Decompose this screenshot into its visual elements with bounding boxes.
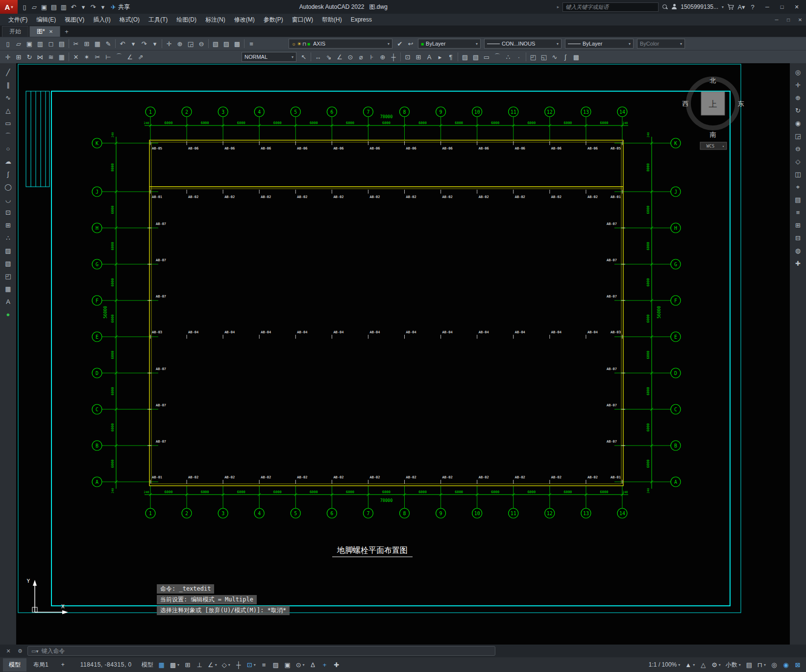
menu-edit[interactable]: 编辑(E) <box>32 14 60 25</box>
offset-icon[interactable]: ≋ <box>46 51 56 62</box>
mtext-icon[interactable]: ¶ <box>445 51 456 62</box>
tab-close-icon[interactable]: ✕ <box>49 29 53 34</box>
layer-previous-icon[interactable]: ↩ <box>405 38 416 49</box>
multiline-text-icon[interactable]: A <box>2 297 14 307</box>
dim-diameter-icon[interactable]: ⌀ <box>356 51 366 62</box>
insert-block-icon[interactable]: ⊡ <box>2 207 14 218</box>
scale-icon[interactable]: ⇗ <box>135 51 146 62</box>
maximize-button[interactable]: □ <box>775 0 789 14</box>
dynamic-input[interactable]: + <box>319 659 330 670</box>
revision-cloud-icon[interactable]: ☁ <box>2 156 14 167</box>
text-style-icon[interactable]: A <box>424 51 435 62</box>
make-block-icon[interactable]: ⊞ <box>413 51 424 62</box>
redo-list-icon[interactable]: ▾ <box>149 38 160 49</box>
zoom-previous-icon[interactable]: ⊖ <box>792 144 804 154</box>
circle-icon[interactable]: ○ <box>2 144 14 154</box>
layer-properties-icon[interactable]: ≡ <box>246 38 257 49</box>
app-store-cart-icon[interactable] <box>727 4 734 10</box>
dim-linear-icon[interactable]: ↔ <box>313 51 323 62</box>
center-mark-icon[interactable]: ┼ <box>388 51 399 62</box>
dim-radius-icon[interactable]: ⊙ <box>345 51 356 62</box>
lineweight-dropdown[interactable]: ByLayer ▾ <box>565 39 634 49</box>
rectangle-icon[interactable]: ▭ <box>2 118 14 128</box>
save-icon[interactable]: ▣ <box>39 1 49 12</box>
spline-icon[interactable]: ∫ <box>2 169 14 179</box>
zoom-window-icon[interactable]: ◲ <box>792 131 804 141</box>
edit-hatch-icon[interactable]: ▩ <box>571 51 582 62</box>
pan-icon[interactable]: ✛ <box>792 80 804 90</box>
array-icon[interactable]: ▦ <box>56 51 67 62</box>
zoom-extents-icon[interactable]: ⊕ <box>792 93 804 103</box>
tool-palettes-icon[interactable]: ▩ <box>232 38 243 49</box>
edit-polyline-icon[interactable]: ∿ <box>549 51 560 62</box>
ortho-mode[interactable]: ⊥ <box>194 659 205 670</box>
doc-minimize-button[interactable]: ─ <box>771 14 782 25</box>
open-file-icon[interactable]: ▱ <box>29 1 39 12</box>
region-icon[interactable]: ◰ <box>2 271 14 281</box>
annotation-monitor[interactable]: ✚ <box>331 659 342 670</box>
render-icon[interactable]: ✚ <box>792 258 804 269</box>
layer-dropdown[interactable]: ☼☀⊓■ AXIS ▾ <box>289 39 392 49</box>
annotation-autoscale[interactable]: △ <box>698 659 708 670</box>
drawing-svg[interactable]: 1160006000226000600033600060004460006000… <box>16 63 790 645</box>
customize-command-icon[interactable]: ⚙ <box>16 646 24 656</box>
rotate-icon[interactable]: ↻ <box>24 51 35 62</box>
menu-tools[interactable]: 工具(T) <box>144 14 172 25</box>
zoom-previous-icon[interactable]: ⊖ <box>196 38 207 49</box>
infer-constraints[interactable]: ⊞ <box>182 659 193 670</box>
tab-start[interactable]: 开始 <box>2 26 28 37</box>
redo-icon[interactable]: ↷ <box>139 38 149 49</box>
navigation-wheel-icon[interactable]: ◎ <box>792 67 804 77</box>
publish-icon[interactable]: ▤ <box>56 38 67 49</box>
clean-screen[interactable]: ⊠ <box>792 659 803 670</box>
dynamic-ucs[interactable]: ∆ <box>308 659 318 670</box>
plot-icon[interactable]: ▥ <box>59 1 69 12</box>
undo-icon[interactable]: ↶ <box>117 38 128 49</box>
mirror-icon[interactable]: ⋈ <box>35 51 46 62</box>
match-properties-icon[interactable]: ✎ <box>103 38 114 49</box>
properties-palette-icon[interactable]: ▧ <box>210 38 221 49</box>
designcenter-icon[interactable]: ▨ <box>221 38 232 49</box>
fillet-icon[interactable]: ⌒ <box>114 51 124 62</box>
drawing-canvas[interactable]: 1160006000226000600033600060004460006000… <box>16 63 790 645</box>
menu-draw[interactable]: 绘图(D) <box>172 14 201 25</box>
explode-icon[interactable]: ✶ <box>81 51 92 62</box>
trim-icon[interactable]: ✂ <box>92 51 103 62</box>
ellipse-icon[interactable]: ◯ <box>2 182 14 192</box>
polar-tracking[interactable]: ∠▾ <box>206 659 219 670</box>
search-input[interactable] <box>565 4 656 10</box>
menu-parametric[interactable]: 参数(P) <box>259 14 288 25</box>
paste-icon[interactable]: ▦ <box>92 38 103 49</box>
lock-ui[interactable]: ⊓▾ <box>756 659 768 670</box>
plotstyle-dropdown[interactable]: ByColor ▾ <box>637 39 685 49</box>
menu-view[interactable]: 视图(V) <box>60 14 89 25</box>
layout-tab-model[interactable]: 模型 <box>3 658 26 672</box>
copy-clip-icon[interactable]: ⊞ <box>81 38 92 49</box>
signed-in-user[interactable]: 1505999135... <box>681 3 718 10</box>
object-snap[interactable]: ⊡▾ <box>245 659 258 670</box>
new-tab-button[interactable]: + <box>61 26 72 37</box>
command-input[interactable] <box>41 647 491 654</box>
orbit-icon[interactable]: ↻ <box>792 105 804 116</box>
point-style-icon[interactable]: ● <box>2 309 14 320</box>
undo-icon[interactable]: ↶ <box>69 1 78 12</box>
qsave-icon[interactable]: ▣ <box>24 38 35 49</box>
menu-express[interactable]: Express <box>346 15 376 25</box>
zoom-window-icon[interactable]: ◲ <box>185 38 196 49</box>
doc-restore-button[interactable]: □ <box>782 14 794 25</box>
snap-mode[interactable]: ▩▾ <box>168 659 181 670</box>
copy-object-icon[interactable]: ⊞ <box>13 51 24 62</box>
search-expand-icon[interactable]: ▸ <box>557 4 560 9</box>
measure-icon[interactable]: ⌒ <box>492 51 503 62</box>
extend-icon[interactable]: ⊢ <box>103 51 114 62</box>
gradient-icon[interactable]: ▧ <box>470 51 481 62</box>
annotation-scale[interactable]: 1:1 / 100%▾ <box>647 659 682 670</box>
tab-drawing[interactable]: 图* ✕ <box>29 26 60 37</box>
isolate-objects[interactable]: ◎ <box>769 659 780 670</box>
add-view-icon[interactable]: ⊞ <box>792 220 804 230</box>
section-plane-icon[interactable]: ◫ <box>792 169 804 179</box>
arc-icon[interactable]: ⌒ <box>2 131 14 141</box>
app-logo[interactable]: A ▾ <box>0 0 18 14</box>
plot-icon[interactable]: ▥ <box>35 38 46 49</box>
annotation-visibility[interactable]: ▲▾ <box>683 659 697 670</box>
